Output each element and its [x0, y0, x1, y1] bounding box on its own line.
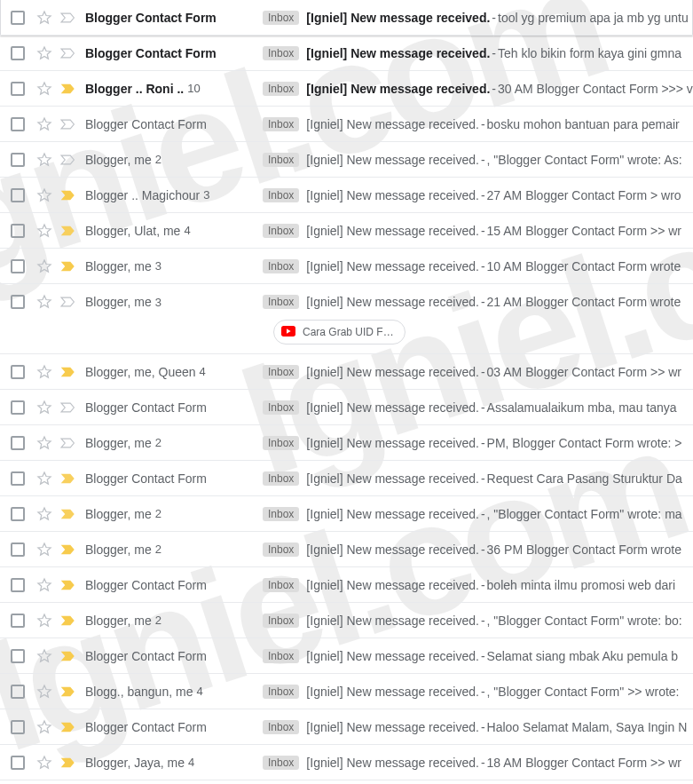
- important-marker-icon[interactable]: [60, 83, 85, 95]
- important-marker-icon[interactable]: [60, 47, 85, 59]
- email-row[interactable]: Blogger Contact FormInbox[Igniel] New me…: [0, 0, 693, 36]
- important-marker-icon[interactable]: [60, 437, 85, 449]
- star-icon[interactable]: [35, 293, 60, 311]
- select-checkbox[interactable]: [11, 471, 35, 486]
- email-row[interactable]: Blogg., bangun, me4Inbox[Igniel] New mes…: [0, 674, 693, 709]
- select-checkbox[interactable]: [11, 82, 35, 96]
- select-checkbox[interactable]: [11, 224, 35, 238]
- email-row[interactable]: Blogger, me3Inbox[Igniel] New message re…: [0, 284, 693, 320]
- select-checkbox[interactable]: [11, 188, 35, 202]
- select-checkbox[interactable]: [11, 259, 35, 273]
- select-checkbox[interactable]: [11, 578, 35, 592]
- star-icon[interactable]: [35, 647, 60, 665]
- star-icon[interactable]: [35, 683, 60, 701]
- select-checkbox[interactable]: [11, 720, 35, 734]
- sender: Blogger, me2: [85, 614, 263, 628]
- important-marker-icon[interactable]: [60, 12, 85, 24]
- inbox-label: Inbox: [263, 756, 299, 770]
- email-row[interactable]: Blogger, me2Inbox[Igniel] New message re…: [0, 603, 693, 638]
- select-checkbox[interactable]: [11, 11, 35, 25]
- select-checkbox[interactable]: [11, 756, 35, 770]
- star-icon[interactable]: [35, 257, 60, 275]
- important-marker-icon[interactable]: [60, 472, 85, 485]
- star-icon[interactable]: [35, 399, 60, 416]
- thread-count: 3: [155, 296, 161, 309]
- sender-text: Blogger Contact Form: [85, 117, 207, 131]
- sender-text: Blogger Contact Form: [85, 400, 207, 415]
- important-marker-icon[interactable]: [60, 296, 85, 308]
- important-marker-icon[interactable]: [60, 650, 85, 662]
- star-icon[interactable]: [35, 186, 60, 204]
- important-marker-icon[interactable]: [60, 543, 85, 556]
- star-icon[interactable]: [35, 115, 60, 133]
- email-content: Inbox[Igniel] New message received. - Se…: [263, 649, 693, 663]
- email-row[interactable]: Blogger .. Magichour3Inbox[Igniel] New m…: [0, 178, 693, 213]
- important-marker-icon[interactable]: [60, 401, 85, 414]
- star-icon[interactable]: [35, 151, 60, 169]
- important-marker-icon[interactable]: [60, 154, 85, 166]
- email-row[interactable]: Blogger Contact FormInbox[Igniel] New me…: [0, 638, 693, 674]
- important-marker-icon[interactable]: [60, 260, 85, 273]
- star-icon[interactable]: [35, 222, 60, 240]
- important-marker-icon[interactable]: [60, 721, 85, 733]
- select-checkbox[interactable]: [11, 365, 35, 379]
- email-row[interactable]: Blogger Contact FormInbox[Igniel] New me…: [0, 567, 693, 603]
- important-marker-icon[interactable]: [60, 756, 85, 769]
- important-marker-icon[interactable]: [60, 118, 85, 131]
- separator: -: [481, 436, 485, 450]
- select-checkbox[interactable]: [11, 649, 35, 663]
- star-icon[interactable]: [35, 9, 60, 27]
- email-row[interactable]: Blogger, Jaya, me4Inbox[Igniel] New mess…: [0, 745, 693, 780]
- thread-count: 4: [188, 756, 194, 769]
- email-row[interactable]: Blogger, me, Queen4Inbox[Igniel] New mes…: [0, 354, 693, 390]
- subject: [Igniel] New message received.: [306, 756, 479, 770]
- select-checkbox[interactable]: [11, 507, 35, 521]
- email-row[interactable]: Blogger, me2Inbox[Igniel] New message re…: [0, 532, 693, 567]
- email-row[interactable]: Blogger .. Roni ..10Inbox[Igniel] New me…: [0, 71, 693, 107]
- important-marker-icon[interactable]: [60, 225, 85, 237]
- select-checkbox[interactable]: [11, 614, 35, 628]
- star-icon[interactable]: [35, 470, 60, 487]
- select-checkbox[interactable]: [11, 295, 35, 309]
- star-icon[interactable]: [35, 541, 60, 558]
- sender: Blogger, Ulat, me4: [85, 224, 263, 238]
- email-row[interactable]: Blogger, me2Inbox[Igniel] New message re…: [0, 496, 693, 532]
- important-marker-icon[interactable]: [60, 366, 85, 378]
- important-marker-icon[interactable]: [60, 614, 85, 627]
- snippet: , "Blogger Contact Form" wrote: ma: [487, 507, 682, 521]
- email-row[interactable]: Blogger Contact FormInbox[Igniel] New me…: [0, 709, 693, 745]
- subject: [Igniel] New message received.: [306, 507, 479, 521]
- email-content: Inbox[Igniel] New message received. - , …: [263, 614, 693, 628]
- email-content: Inbox[Igniel] New message received. - Ha…: [263, 720, 693, 734]
- select-checkbox[interactable]: [11, 685, 35, 699]
- email-row[interactable]: Blogger, Ulat, me4Inbox[Igniel] New mess…: [0, 213, 693, 249]
- important-marker-icon[interactable]: [60, 579, 85, 591]
- email-row[interactable]: Blogger Contact FormInbox[Igniel] New me…: [0, 36, 693, 71]
- email-row[interactable]: Blogger Contact FormInbox[Igniel] New me…: [0, 461, 693, 496]
- sender: Blogg., bangun, me4: [85, 685, 263, 699]
- attachment-chip[interactable]: Cara Grab UID F…: [273, 320, 406, 344]
- star-icon[interactable]: [35, 363, 60, 381]
- email-row[interactable]: Blogger Contact FormInbox[Igniel] New me…: [0, 390, 693, 425]
- star-icon[interactable]: [35, 434, 60, 452]
- select-checkbox[interactable]: [11, 46, 35, 60]
- important-marker-icon[interactable]: [60, 189, 85, 202]
- star-icon[interactable]: [35, 505, 60, 523]
- star-icon[interactable]: [35, 612, 60, 630]
- select-checkbox[interactable]: [11, 117, 35, 131]
- star-icon[interactable]: [35, 576, 60, 594]
- email-row[interactable]: Blogger, me2Inbox[Igniel] New message re…: [0, 142, 693, 178]
- email-row[interactable]: Blogger, me3Inbox[Igniel] New message re…: [0, 249, 693, 284]
- select-checkbox[interactable]: [11, 542, 35, 557]
- star-icon[interactable]: [35, 718, 60, 736]
- select-checkbox[interactable]: [11, 436, 35, 450]
- email-row[interactable]: Blogger, me2Inbox[Igniel] New message re…: [0, 425, 693, 461]
- star-icon[interactable]: [35, 754, 60, 772]
- important-marker-icon[interactable]: [60, 508, 85, 520]
- select-checkbox[interactable]: [11, 400, 35, 415]
- important-marker-icon[interactable]: [60, 685, 85, 698]
- select-checkbox[interactable]: [11, 153, 35, 167]
- star-icon[interactable]: [35, 80, 60, 98]
- email-row[interactable]: Blogger Contact FormInbox[Igniel] New me…: [0, 107, 693, 142]
- star-icon[interactable]: [35, 44, 60, 62]
